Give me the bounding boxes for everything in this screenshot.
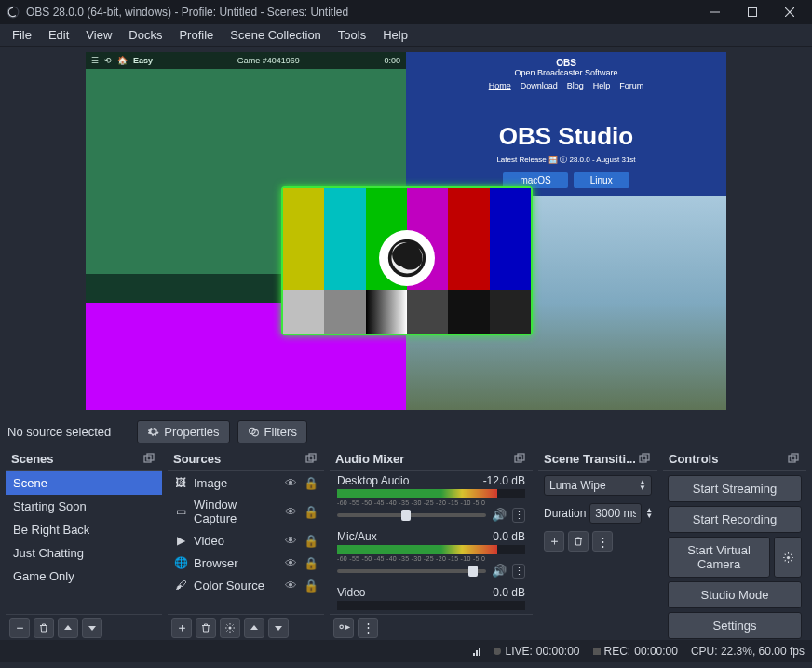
- source-settings-button[interactable]: [220, 618, 240, 638]
- globe-icon: 🌐: [173, 555, 188, 570]
- lock-icon[interactable]: 🔒: [304, 504, 318, 519]
- move-scene-down-button[interactable]: [82, 618, 102, 638]
- source-item[interactable]: 🖼Image👁🔒: [168, 471, 324, 494]
- virtual-camera-settings-button[interactable]: [774, 537, 802, 578]
- source-item[interactable]: ▭Window Capture👁🔒: [168, 494, 324, 529]
- obs-logo-icon: [6, 5, 20, 20]
- remove-transition-button[interactable]: [568, 531, 589, 552]
- undock-icon[interactable]: [639, 453, 652, 466]
- volume-slider[interactable]: [337, 569, 486, 573]
- visibility-icon[interactable]: 👁: [283, 533, 298, 548]
- scene-item[interactable]: Scene: [6, 471, 162, 495]
- rec-square-icon: [593, 648, 601, 655]
- visibility-icon[interactable]: 👁: [283, 504, 298, 519]
- source-item[interactable]: 🖌Color Source👁🔒: [168, 574, 324, 596]
- undock-icon[interactable]: [788, 453, 801, 466]
- add-source-button[interactable]: ＋: [171, 618, 192, 638]
- duration-input[interactable]: [589, 503, 642, 524]
- add-scene-button[interactable]: ＋: [9, 618, 30, 638]
- minimize-button[interactable]: [698, 0, 732, 24]
- start-streaming-button[interactable]: Start Streaming: [668, 475, 802, 502]
- studio-mode-button[interactable]: Studio Mode: [668, 581, 802, 608]
- menu-docks[interactable]: Docks: [120, 25, 170, 45]
- play-icon: ▶: [173, 533, 188, 548]
- sources-title: Sources: [173, 452, 221, 466]
- visibility-icon[interactable]: 👁: [283, 578, 298, 593]
- preview-area: ☰⟲🏠Easy Game #4041969 0:00 OBS Open Broa…: [0, 47, 812, 416]
- start-recording-button[interactable]: Start Recording: [668, 506, 802, 533]
- updown-icon[interactable]: ▲▼: [645, 508, 653, 519]
- menu-help[interactable]: Help: [374, 25, 416, 45]
- lock-icon[interactable]: 🔒: [304, 533, 318, 548]
- preview-canvas[interactable]: ☰⟲🏠Easy Game #4041969 0:00 OBS Open Broa…: [86, 52, 726, 410]
- menu-file[interactable]: File: [4, 25, 40, 45]
- start-virtual-camera-button[interactable]: Start Virtual Camera: [668, 537, 770, 578]
- speaker-icon[interactable]: 🔊: [492, 508, 507, 523]
- duration-label: Duration: [544, 507, 586, 520]
- scene-item[interactable]: Be Right Back: [6, 518, 162, 541]
- svg-rect-3: [749, 8, 757, 17]
- move-source-down-button[interactable]: [268, 618, 289, 638]
- undock-icon[interactable]: [305, 453, 318, 466]
- mixer-channel: Desktop Audio-12.0 dB -60 -55 -50 -45 -4…: [330, 471, 533, 527]
- obs-site-header: OBS Open Broadcaster Software HomeDownlo…: [406, 52, 726, 188]
- sources-panel: Sources 🖼Image👁🔒 ▭Window Capture👁🔒 ▶Vide…: [168, 447, 324, 640]
- menu-tools[interactable]: Tools: [330, 25, 374, 45]
- panels-row: Scenes Scene Starting Soon Be Right Back…: [0, 447, 812, 640]
- cpu-status: CPU: 22.3%, 60.00 fps: [691, 645, 805, 658]
- scene-item[interactable]: Just Chatting: [6, 541, 162, 565]
- gear-icon: [147, 426, 159, 438]
- brush-icon: 🖌: [173, 578, 188, 593]
- menu-scene-collection[interactable]: Scene Collection: [222, 25, 330, 45]
- advanced-audio-button[interactable]: [333, 618, 354, 638]
- settings-button[interactable]: Settings: [668, 612, 802, 639]
- source-item[interactable]: 🌐Browser👁🔒: [168, 552, 324, 574]
- scenes-title: Scenes: [11, 452, 54, 466]
- context-toolbar: No source selected Properties Filters: [0, 416, 812, 447]
- svg-point-16: [340, 625, 344, 629]
- svg-point-21: [786, 555, 789, 558]
- volume-slider[interactable]: [337, 513, 486, 517]
- channel-menu-button[interactable]: ⋮: [512, 564, 525, 579]
- remove-scene-button[interactable]: [34, 618, 54, 638]
- transition-select[interactable]: Luma Wipe▲▼: [544, 475, 652, 496]
- undock-icon[interactable]: [514, 453, 527, 466]
- mixer-menu-button[interactable]: ⋮: [358, 618, 378, 638]
- image-icon: 🖼: [173, 475, 188, 490]
- menu-profile[interactable]: Profile: [170, 25, 222, 45]
- window-title: OBS 28.0.0 (64-bit, windows) - Profile: …: [26, 6, 698, 19]
- menubar: File Edit View Docks Profile Scene Colle…: [0, 24, 812, 47]
- visibility-icon[interactable]: 👁: [283, 555, 298, 570]
- visibility-icon[interactable]: 👁: [283, 475, 298, 490]
- transition-menu-button[interactable]: ⋮: [592, 531, 613, 552]
- scene-item[interactable]: Starting Soon: [6, 495, 162, 518]
- filters-icon: [248, 426, 260, 438]
- speaker-icon[interactable]: 🔊: [492, 564, 507, 579]
- menu-view[interactable]: View: [77, 25, 120, 45]
- move-source-up-button[interactable]: [244, 618, 264, 638]
- maximize-button[interactable]: [736, 0, 769, 24]
- scene-transitions-panel: Scene Transiti... Luma Wipe▲▼ Duration ▲…: [538, 447, 657, 640]
- audio-meter: [337, 545, 525, 554]
- add-transition-button[interactable]: ＋: [544, 531, 564, 552]
- lock-icon[interactable]: 🔒: [304, 578, 318, 593]
- properties-button[interactable]: Properties: [137, 420, 229, 443]
- controls-panel: Controls Start Streaming Start Recording…: [663, 447, 806, 640]
- controls-title: Controls: [669, 452, 718, 466]
- transitions-title: Scene Transiti...: [544, 452, 636, 466]
- channel-menu-button[interactable]: ⋮: [512, 508, 525, 523]
- remove-source-button[interactable]: [196, 618, 216, 638]
- mixer-channel: Mic/Aux0.0 dB -60 -55 -50 -45 -40 -35 -3…: [330, 527, 533, 583]
- lock-icon[interactable]: 🔒: [304, 475, 318, 490]
- lock-icon[interactable]: 🔒: [304, 555, 318, 570]
- undock-icon[interactable]: [143, 453, 156, 466]
- menu-edit[interactable]: Edit: [40, 25, 77, 45]
- scene-item[interactable]: Game Only: [6, 565, 162, 588]
- mixer-title: Audio Mixer: [335, 452, 404, 466]
- source-item[interactable]: ▶Video👁🔒: [168, 529, 324, 552]
- move-scene-up-button[interactable]: [58, 618, 78, 638]
- solitaire-header: ☰⟲🏠Easy Game #4041969 0:00: [86, 52, 406, 69]
- filters-button[interactable]: Filters: [237, 420, 307, 443]
- close-button[interactable]: [773, 0, 806, 24]
- titlebar: OBS 28.0.0 (64-bit, windows) - Profile: …: [0, 0, 812, 24]
